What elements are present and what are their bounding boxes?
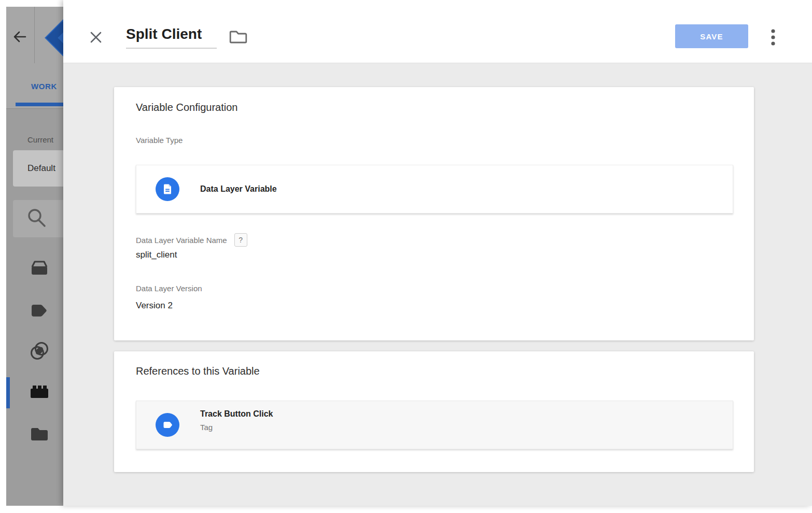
kebab-menu-icon [764, 26, 782, 47]
variable-type-label: Variable Type [136, 136, 183, 145]
tag-reference-icon [156, 413, 179, 437]
close-icon [88, 30, 104, 45]
variables-icon [30, 384, 49, 400]
variable-name-field[interactable]: Split Client [126, 26, 217, 49]
tab-workspace[interactable]: WORK [31, 82, 57, 91]
back-button[interactable] [12, 30, 27, 45]
data-layer-variable-name-label-row: Data Layer Variable Name ? [136, 233, 247, 247]
variable-title: Split Client [126, 26, 217, 42]
active-nav-indicator [6, 377, 10, 408]
folder-outline-icon [229, 29, 248, 45]
workspace-name: Default [27, 150, 55, 187]
save-button[interactable]: SAVE [675, 24, 748, 48]
title-input-underline [126, 48, 217, 49]
current-workspace-label: Current [27, 135, 53, 144]
references-card: References to this Variable Track Button… [114, 351, 754, 472]
help-badge[interactable]: ? [234, 233, 247, 247]
sidebar-item-overview[interactable] [30, 259, 49, 278]
editor-header: Split Client SAVE [63, 0, 812, 63]
tag-icon [31, 303, 48, 318]
overview-icon [30, 259, 49, 277]
folder-icon [30, 426, 49, 442]
references-heading: References to this Variable [136, 365, 260, 377]
sidebar-search-box[interactable] [13, 200, 63, 237]
workspace-selector[interactable]: Default [13, 150, 63, 187]
variable-configuration-card: Variable Configuration Variable Type Dat… [114, 87, 754, 340]
close-button[interactable] [87, 29, 105, 47]
sidebar-item-variables[interactable] [30, 383, 49, 402]
data-layer-variable-icon [156, 177, 179, 201]
triggers-icon [30, 341, 49, 361]
gtm-logo-icon[interactable] [43, 11, 63, 70]
move-to-folder-button[interactable] [228, 28, 249, 47]
sidebar-dimmed: WORK Current Default [6, 7, 63, 506]
sidebar-header [6, 7, 63, 63]
back-arrow-icon [12, 38, 27, 46]
reference-row[interactable]: Track Button Click Tag [136, 401, 733, 449]
sidebar-tab-bar: WORK [6, 63, 63, 109]
variable-type-value: Data Layer Variable [200, 184, 277, 194]
editor-content: Variable Configuration Variable Type Dat… [63, 63, 812, 506]
header-divider [34, 7, 35, 63]
sidebar-item-folders[interactable] [30, 425, 49, 444]
reference-title: Track Button Click [200, 409, 273, 419]
data-layer-version-label: Data Layer Version [136, 284, 202, 293]
more-options-button[interactable] [764, 26, 782, 47]
data-layer-variable-name-label: Data Layer Variable Name [136, 236, 227, 245]
reference-type: Tag [200, 423, 213, 432]
variable-type-row[interactable]: Data Layer Variable [136, 165, 733, 213]
data-layer-variable-name-value: split_client [136, 250, 177, 260]
variable-editor-panel: Split Client SAVE Variable Configura [63, 0, 812, 506]
sidebar-item-triggers[interactable] [30, 341, 49, 360]
configuration-heading: Variable Configuration [136, 102, 237, 113]
search-icon [26, 207, 48, 229]
gtm-variable-editor-screen: WORK Current Default [0, 0, 812, 513]
data-layer-version-value: Version 2 [136, 301, 173, 311]
sidebar-item-tags[interactable] [30, 302, 49, 320]
active-tab-indicator [16, 103, 63, 106]
